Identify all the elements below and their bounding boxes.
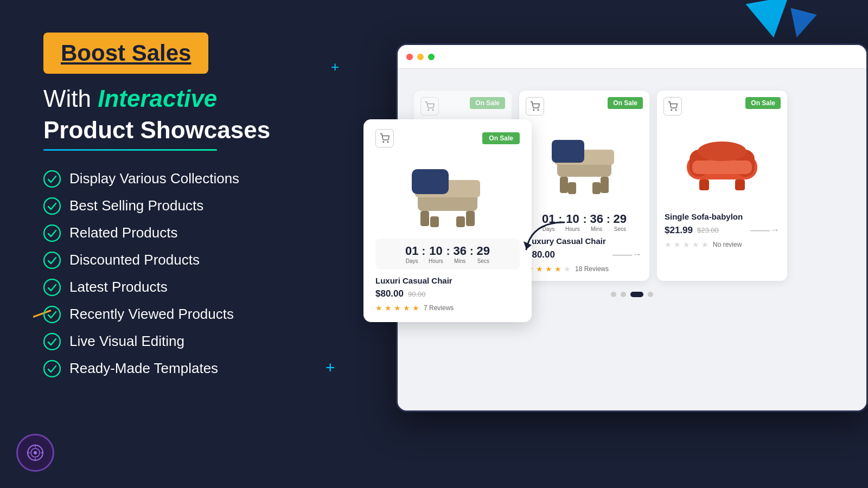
feature-item-3: Related Products xyxy=(43,224,358,242)
cart-icon-2 xyxy=(526,97,544,115)
floating-product-name: Luxuri Casual Chair xyxy=(375,276,520,285)
bottom-logo xyxy=(16,434,54,472)
sofa-svg-3 xyxy=(679,131,765,196)
countdown-mins-2: 36 Mins xyxy=(590,212,603,232)
svg-rect-39 xyxy=(412,169,449,194)
star-4-2: ★ xyxy=(554,265,561,273)
svg-rect-42 xyxy=(430,216,439,227)
chair-svg-2 xyxy=(541,128,628,198)
svg-rect-31 xyxy=(692,160,752,174)
star-3-3: ★ xyxy=(683,240,690,249)
feature-label-4: Discounted Products xyxy=(69,252,200,268)
price-old-3: $23.00 xyxy=(697,226,719,234)
dot-1 xyxy=(611,292,616,297)
dot-4 xyxy=(648,292,653,297)
logo-icon xyxy=(25,443,45,463)
svg-point-1 xyxy=(44,198,60,214)
svg-point-6 xyxy=(44,333,60,350)
countdown-secs-2: 29 Secs xyxy=(614,212,627,232)
svg-rect-33 xyxy=(735,179,745,190)
star-2-3: ★ xyxy=(674,240,681,249)
browser-bar xyxy=(398,45,866,69)
cart-icon-3 xyxy=(663,97,682,115)
feature-label-2: Best Selling Products xyxy=(69,197,203,214)
floating-hours: 10 Hours xyxy=(429,244,443,264)
floating-price-current: $80.00 xyxy=(375,288,404,299)
star-3-2: ★ xyxy=(545,265,552,273)
feature-item-8: Ready-Made Templates xyxy=(43,360,358,377)
dot-2 xyxy=(621,292,626,297)
svg-point-47 xyxy=(34,451,37,454)
star-2-2: ★ xyxy=(536,265,543,273)
product-name-3: Single Sofa-babylon xyxy=(665,212,780,221)
floating-star-1: ★ xyxy=(375,304,382,312)
floating-countdown: 01 Days : 10 Hours : 36 Mins : 29 Secs xyxy=(375,239,520,269)
headline-sub: Product Showcases xyxy=(43,117,358,144)
svg-point-34 xyxy=(698,142,746,161)
on-sale-badge-3: On Sale xyxy=(745,97,781,109)
svg-rect-32 xyxy=(699,179,709,190)
product-img-3 xyxy=(665,120,780,207)
check-icon-2 xyxy=(43,197,61,215)
floating-star-4: ★ xyxy=(403,304,410,312)
floating-card: On Sale 01 Days : 10 Hours xyxy=(363,119,532,322)
floating-star-5: ★ xyxy=(412,304,419,312)
svg-point-4 xyxy=(44,279,60,296)
price-arrow-2: ——→ xyxy=(612,249,642,260)
svg-point-8 xyxy=(428,110,429,111)
floating-days: 01 Days xyxy=(405,244,418,264)
check-icon-7 xyxy=(43,333,61,350)
svg-point-18 xyxy=(538,110,539,111)
headline: With Interactive xyxy=(43,85,358,113)
svg-point-36 xyxy=(387,142,388,143)
svg-point-9 xyxy=(432,110,433,111)
svg-rect-25 xyxy=(592,182,601,194)
floating-reviews-count: 7 Reviews xyxy=(424,304,454,312)
check-icon-3 xyxy=(43,224,61,242)
svg-point-3 xyxy=(44,252,60,268)
floating-mins: 36 Mins xyxy=(453,244,466,264)
on-sale-badge-2: On Sale xyxy=(608,97,643,109)
price-arrow-3: ——→ xyxy=(750,224,780,236)
floating-chair-img xyxy=(375,154,520,232)
svg-point-5 xyxy=(44,306,60,323)
floating-secs: 29 Secs xyxy=(477,244,490,264)
check-icon-5 xyxy=(43,279,61,296)
floating-cart-icon xyxy=(375,129,394,147)
product-img-2 xyxy=(527,120,642,207)
underline-accent xyxy=(43,149,217,151)
browser-dot-yellow xyxy=(417,54,424,60)
feature-item-1: Display Various Collections xyxy=(43,170,358,188)
floating-chair-svg xyxy=(399,154,496,230)
browser-dot-red xyxy=(406,54,413,60)
reviews-count-3: No review xyxy=(713,241,742,248)
svg-rect-21 xyxy=(552,140,584,163)
price-current-3: $21.99 xyxy=(665,225,693,236)
feature-label-1: Display Various Collections xyxy=(69,170,239,187)
svg-point-27 xyxy=(675,110,676,111)
feature-label-8: Ready-Made Templates xyxy=(69,360,218,377)
features-list: Display Various Collections Best Selling… xyxy=(43,170,358,377)
check-icon-1 xyxy=(43,170,61,188)
svg-point-0 xyxy=(44,171,60,187)
feature-label-3: Related Products xyxy=(69,224,177,241)
svg-rect-24 xyxy=(568,182,576,194)
svg-rect-43 xyxy=(456,216,465,227)
boost-badge-text: Boost Sales xyxy=(61,40,191,66)
on-sale-badge-hidden: On Sale xyxy=(470,97,505,109)
floating-on-sale: On Sale xyxy=(482,132,520,144)
price-row-3: $21.99 $23.00 ——→ xyxy=(665,224,780,236)
svg-point-35 xyxy=(383,142,384,143)
headline-with: With xyxy=(43,85,91,112)
product-card-3: On Sale xyxy=(657,91,787,281)
feature-label-5: Latest Products xyxy=(69,279,168,296)
svg-rect-41 xyxy=(466,211,475,226)
floating-price-old: 90.00 xyxy=(408,290,426,298)
feature-item-6: Recently Viewed Products xyxy=(43,306,358,323)
feature-label-6: Recently Viewed Products xyxy=(69,306,234,323)
svg-rect-23 xyxy=(601,177,609,193)
browser-dot-green xyxy=(428,54,435,60)
right-panel: On Sale xyxy=(380,33,868,455)
feature-item-4: Discounted Products xyxy=(43,252,358,269)
curved-arrow-svg xyxy=(521,217,575,260)
